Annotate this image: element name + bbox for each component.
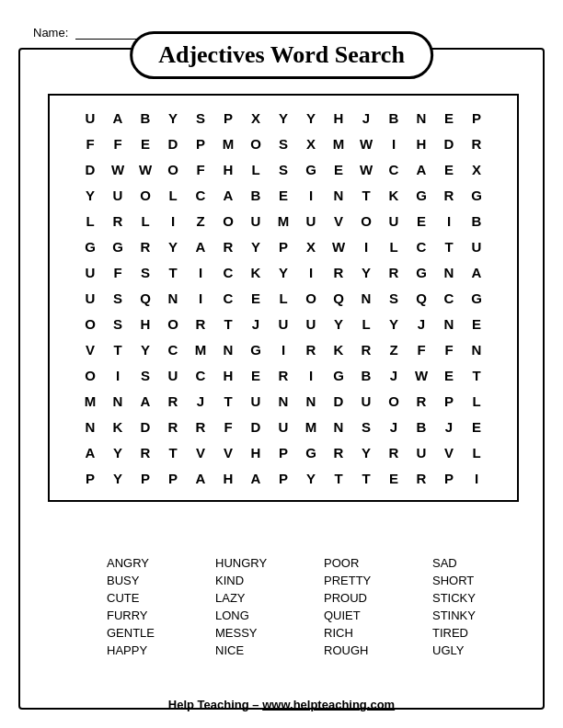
grid-cell: Y	[270, 105, 297, 131]
grid-row: LRLIZOUMUVOUEIB	[57, 208, 510, 233]
grid-cell: F	[104, 259, 132, 285]
grid-cell: P	[214, 105, 242, 131]
grid-cell: L	[463, 439, 490, 465]
words-section: ANGRYHUNGRYPOORSADBUSYKINDPRETTYSHORTCUT…	[66, 555, 537, 658]
grid-cell: T	[463, 362, 490, 388]
grid-cell: E	[463, 311, 490, 336]
grid-cell: D	[132, 414, 159, 439]
grid-cell: P	[270, 465, 297, 491]
grid-cell: R	[132, 233, 159, 259]
grid-cell: Z	[187, 208, 214, 233]
grid-cell: E	[408, 208, 435, 233]
grid-cell: U	[463, 233, 490, 259]
grid-cell: Y	[352, 439, 380, 465]
grid-cell: P	[435, 388, 463, 414]
grid-cell: F	[76, 131, 104, 156]
grid-cell: G	[76, 233, 104, 259]
grid-cell: S	[187, 105, 214, 131]
grid-cell: P	[159, 465, 187, 491]
grid-cell: V	[214, 439, 242, 465]
title-box: Adjectives Word Search	[130, 31, 433, 79]
grid-cell: R	[325, 259, 352, 285]
grid-cell: C	[187, 362, 214, 388]
grid-cell: R	[159, 414, 187, 439]
grid-cell: X	[297, 233, 325, 259]
grid-cell: G	[408, 182, 435, 208]
grid-cell: S	[132, 259, 159, 285]
grid-cell: D	[435, 131, 463, 156]
word-item: POOR	[320, 555, 429, 571]
grid-cell: A	[242, 465, 270, 491]
grid-cell: P	[132, 465, 159, 491]
grid-cell: U	[408, 439, 435, 465]
grid-cell: U	[380, 208, 408, 233]
outer-border: Adjectives Word Search UABYSPXYYHJBNEPFF…	[18, 48, 545, 710]
grid-cell: X	[297, 131, 325, 156]
grid-cell: I	[159, 208, 187, 233]
grid-row: USQNICELOQNSQCG	[57, 285, 510, 311]
grid-cell: Y	[380, 311, 408, 336]
grid-cell: D	[242, 414, 270, 439]
grid-cell: L	[463, 388, 490, 414]
grid-cell: L	[270, 285, 297, 311]
grid-cell: O	[76, 311, 104, 336]
grid-cell: M	[297, 414, 325, 439]
word-item: HUNGRY	[212, 555, 320, 571]
grid-cell: E	[463, 414, 490, 439]
grid-cell: D	[76, 156, 104, 182]
grid-cell: K	[104, 414, 132, 439]
footer: Help Teaching – www.helpteaching.com	[0, 698, 563, 711]
word-item: GENTLE	[103, 625, 212, 641]
grid-cell: G	[408, 259, 435, 285]
grid-row: UFSTICKYIRYRGNA	[57, 259, 510, 285]
grid-cell: U	[76, 259, 104, 285]
grid-cell: B	[352, 362, 380, 388]
grid-cell: O	[159, 311, 187, 336]
grid-cell: H	[408, 131, 435, 156]
footer-link[interactable]: www.helpteaching.com	[262, 698, 395, 711]
grid-cell: O	[297, 285, 325, 311]
grid-cell: O	[380, 388, 408, 414]
grid-row: OSHORTJUUYLYJNE	[57, 311, 510, 336]
grid-cell: P	[435, 465, 463, 491]
grid-cell: K	[242, 259, 270, 285]
grid-row: OISUCHERIGBJWET	[57, 362, 510, 388]
grid-cell: Q	[325, 285, 352, 311]
word-item: RICH	[320, 625, 429, 641]
grid-row: UABYSPXYYHJBNEP	[57, 105, 510, 131]
grid-cell: N	[408, 105, 435, 131]
footer-text: Help Teaching –	[168, 698, 262, 711]
grid-cell: K	[325, 336, 352, 362]
grid-cell: A	[187, 465, 214, 491]
grid-cell: U	[352, 388, 380, 414]
grid-cell: I	[104, 362, 132, 388]
grid-cell: E	[132, 131, 159, 156]
grid-cell: M	[270, 208, 297, 233]
grid-cell: R	[435, 182, 463, 208]
grid-cell: W	[408, 362, 435, 388]
grid-cell: E	[242, 285, 270, 311]
grid-cell: N	[352, 285, 380, 311]
word-item: SAD	[429, 555, 537, 571]
grid-container: UABYSPXYYHJBNEPFFEDPMOSXMWIHDRDWWOFHLSGE…	[50, 96, 517, 500]
grid-cell: I	[435, 208, 463, 233]
grid-cell: Y	[104, 439, 132, 465]
word-item: SHORT	[429, 573, 537, 588]
grid-cell: U	[76, 285, 104, 311]
grid-cell: F	[187, 156, 214, 182]
grid-cell: U	[76, 105, 104, 131]
grid-cell: J	[352, 105, 380, 131]
grid-cell: L	[380, 233, 408, 259]
grid-row: DWWOFHLSGEWCAEX	[57, 156, 510, 182]
word-item: QUIET	[320, 608, 429, 623]
grid-cell: E	[325, 156, 352, 182]
grid-cell: N	[297, 388, 325, 414]
grid-cell: P	[270, 439, 297, 465]
grid-cell: A	[132, 388, 159, 414]
grid-cell: Y	[159, 233, 187, 259]
grid-cell: B	[463, 208, 490, 233]
grid-cell: Q	[408, 285, 435, 311]
grid-cell: R	[325, 439, 352, 465]
grid-cell: R	[297, 336, 325, 362]
grid-cell: Q	[132, 285, 159, 311]
